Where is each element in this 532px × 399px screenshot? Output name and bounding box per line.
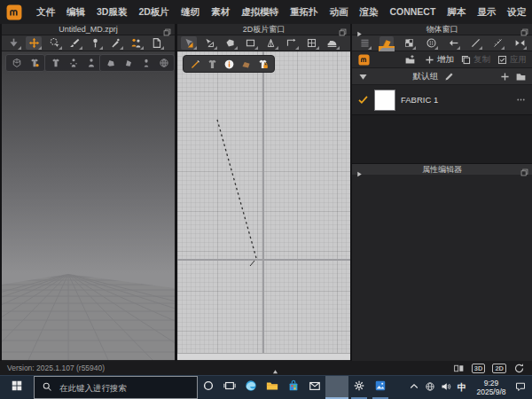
add-folder-icon[interactable]	[402, 53, 418, 66]
canvas-horizontal-scrollbar[interactable]	[177, 353, 350, 360]
settings-button[interactable]	[348, 376, 370, 399]
search-input[interactable]	[58, 382, 190, 394]
ime-button[interactable]: 中	[454, 376, 470, 399]
expand-up-icon[interactable]	[271, 364, 279, 372]
copy-button[interactable]: 复制	[460, 54, 490, 66]
edit-curve-icon[interactable]	[201, 36, 217, 50]
edge-button[interactable]	[240, 376, 262, 399]
garment-lock-icon[interactable]	[256, 58, 269, 70]
fabric-icon[interactable]	[379, 36, 394, 50]
list-icon[interactable]	[357, 36, 372, 50]
menu-item[interactable]: 素材	[211, 6, 230, 19]
collapse-arrow-icon[interactable]	[356, 166, 364, 174]
add-group-plus-icon[interactable]	[499, 71, 511, 82]
trace-icon[interactable]	[283, 36, 299, 50]
polygon-icon[interactable]	[222, 36, 238, 50]
menu-item[interactable]: 重拓扑	[290, 6, 318, 19]
menu-item[interactable]: 设定	[507, 6, 526, 19]
pin-icon[interactable]	[87, 36, 103, 50]
menu-item[interactable]: 3D服装	[97, 6, 127, 19]
button-icon[interactable]	[424, 36, 438, 50]
sync-refresh-icon[interactable]	[513, 363, 525, 374]
fabric-group-header[interactable]: 默认组	[352, 67, 532, 84]
menu-item[interactable]: 虚拟模特	[241, 6, 278, 19]
group-folder-icon[interactable]	[515, 71, 527, 82]
menu-item[interactable]: 2D板片	[138, 6, 168, 19]
cloth-rock-icon[interactable]	[104, 57, 117, 69]
menu-item[interactable]: 文件	[36, 6, 55, 19]
taskbar-clock[interactable]: 9:29 2025/9/8	[470, 376, 512, 399]
iron-icon[interactable]	[324, 36, 340, 50]
pin-garment-icon[interactable]	[27, 57, 41, 69]
action-center-button[interactable]	[512, 376, 528, 399]
stitch-type-icon[interactable]	[490, 36, 505, 50]
mail-button[interactable]	[304, 376, 325, 399]
bowtie-icon[interactable]	[512, 36, 527, 50]
float-window-icon[interactable]	[520, 165, 529, 175]
menu-item[interactable]: 编辑	[66, 6, 85, 19]
start-button[interactable]	[0, 376, 34, 399]
hidden-icons-button[interactable]	[406, 376, 422, 399]
arrow-left-icon[interactable]	[446, 36, 460, 50]
view-2d-badge[interactable]: 2D	[492, 364, 506, 373]
property-editor-header[interactable]: 属性编辑器	[352, 163, 532, 175]
brush-icon[interactable]	[66, 36, 82, 50]
volume-button[interactable]	[438, 376, 454, 399]
rename-pencil-icon[interactable]	[443, 71, 455, 82]
info-icon[interactable]	[223, 58, 235, 70]
task-view-button[interactable]	[219, 376, 240, 399]
select-move-icon[interactable]	[26, 36, 42, 50]
rectangle-icon[interactable]	[242, 36, 258, 50]
globe-icon[interactable]	[157, 57, 170, 69]
menu-item[interactable]: CONNECT	[389, 6, 435, 19]
shirt-icon[interactable]	[49, 57, 62, 69]
active-app-button[interactable]	[325, 376, 348, 399]
stitch-icon[interactable]	[468, 36, 482, 50]
gizmo-icon[interactable]	[10, 57, 23, 69]
photos-button[interactable]	[370, 376, 391, 399]
export-pattern-icon[interactable]	[148, 36, 164, 50]
network-button[interactable]	[422, 376, 438, 399]
menu-item[interactable]: 动画	[329, 6, 348, 19]
bust-icon[interactable]	[139, 57, 153, 69]
fabric-swatch[interactable]	[374, 90, 395, 111]
float-window-icon[interactable]	[520, 25, 529, 35]
cloth-flat-icon[interactable]	[121, 57, 135, 69]
view-3d-badge[interactable]: 3D	[472, 364, 486, 373]
fabric-more-icon[interactable]	[515, 94, 527, 106]
needle-icon[interactable]	[107, 36, 123, 50]
transform-pattern-icon[interactable]	[181, 36, 197, 50]
float-window-icon[interactable]	[162, 25, 172, 35]
shirt-icon[interactable]	[206, 58, 218, 70]
project-tab[interactable]: Untitled_MD.zprj	[2, 24, 175, 35]
cortana-button[interactable]	[198, 376, 219, 399]
lasso-icon[interactable]	[46, 36, 62, 50]
store-button[interactable]	[283, 376, 304, 399]
avatar-joints-icon[interactable]	[66, 57, 80, 69]
object-window-tab[interactable]: 物体窗口	[352, 24, 532, 35]
add-button[interactable]: 增加	[424, 54, 454, 66]
dart-icon[interactable]	[262, 36, 278, 50]
person-icon[interactable]	[84, 57, 98, 69]
menu-item[interactable]: 脚本	[447, 6, 466, 19]
stitch-edit-icon[interactable]	[189, 58, 201, 70]
viewport-3d[interactable]	[2, 51, 175, 360]
apply-button[interactable]: 应用	[497, 54, 527, 66]
pattern-window-tab[interactable]: 2D板片窗口	[177, 24, 350, 35]
float-window-icon[interactable]	[338, 25, 348, 35]
expand-triangle-icon[interactable]	[357, 71, 369, 82]
simulate-icon[interactable]	[5, 36, 21, 50]
fabric-swatch-icon[interactable]	[239, 58, 252, 70]
avatar-pair-icon[interactable]	[128, 36, 144, 50]
file-explorer-button[interactable]	[262, 376, 283, 399]
menu-item[interactable]: 显示	[477, 6, 496, 19]
menu-item[interactable]: 渲染	[359, 6, 378, 19]
taskbar-search[interactable]	[34, 376, 198, 399]
menu-item[interactable]: 缝纫	[181, 6, 200, 19]
grid-pattern-icon[interactable]	[303, 36, 319, 50]
pattern-canvas[interactable]	[177, 51, 350, 360]
checker-icon[interactable]	[402, 36, 416, 50]
collapse-arrow-icon[interactable]	[356, 26, 364, 34]
fabric-list-item[interactable]: FABRIC 1	[352, 84, 532, 114]
split-view-icon[interactable]	[453, 363, 465, 374]
